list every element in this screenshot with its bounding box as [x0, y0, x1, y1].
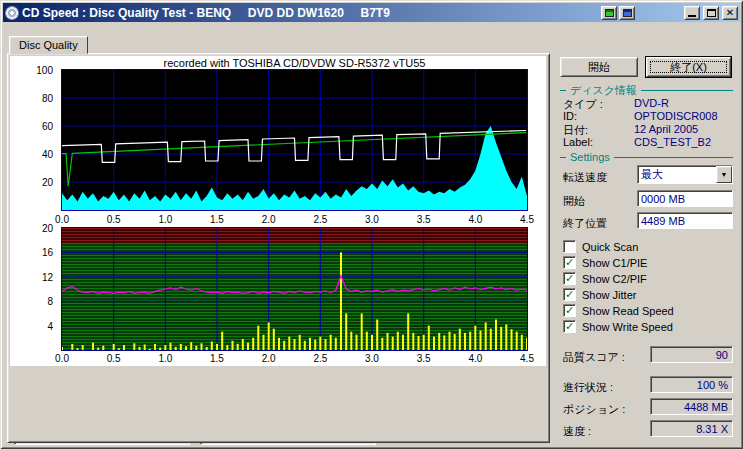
- quality-score-value: 90: [650, 346, 733, 363]
- y-tick-label: 80: [42, 93, 53, 104]
- x-tick-label: 3.0: [365, 214, 379, 225]
- x-tick-label: 3.5: [417, 214, 431, 225]
- disc-label-value: CDS_TEST_B2: [634, 136, 711, 148]
- x-tick-label: 1.0: [158, 353, 172, 364]
- settings-header: Settings: [560, 151, 733, 163]
- checkbox-box: [563, 240, 576, 253]
- close-icon: ✕: [726, 8, 734, 18]
- checkbox-show-read-speed[interactable]: ✓ Show Read Speed: [563, 304, 674, 317]
- start-button[interactable]: 開始: [560, 57, 638, 77]
- position-label: ポジション :: [563, 402, 625, 417]
- position-value: 4488 MB: [650, 398, 733, 415]
- x-tick-label: 4.0: [468, 214, 482, 225]
- x-tick-label: 3.5: [417, 353, 431, 364]
- start-position-field[interactable]: 0000 MB: [637, 190, 733, 207]
- maximize-button[interactable]: [703, 6, 719, 20]
- top-chart-y-axis: 10080604020: [10, 70, 58, 210]
- transfer-speed-value: 最大: [638, 166, 716, 183]
- x-tick-label: 4.5: [520, 214, 534, 225]
- x-tick-label: 0.5: [107, 214, 121, 225]
- checkbox-box: ✓: [563, 320, 576, 333]
- minimize-button[interactable]: [684, 6, 700, 20]
- tab-disc-quality[interactable]: Disc Quality: [9, 36, 88, 54]
- x-tick-label: 0.0: [55, 214, 69, 225]
- bottom-chart-y-axis: 20161284: [10, 228, 58, 350]
- y-tick-label: 40: [42, 149, 53, 160]
- chevron-down-icon: ▼: [721, 171, 728, 178]
- titlebar-icon-blue[interactable]: [619, 6, 635, 20]
- transfer-speed-select[interactable]: 最大 ▼: [637, 165, 733, 184]
- speed-label: 速度 :: [563, 424, 591, 439]
- y-tick-label: 8: [47, 296, 53, 307]
- y-tick-label: 16: [42, 247, 53, 258]
- titlebar-icon-green[interactable]: [601, 6, 617, 20]
- x-tick-label: 1.5: [210, 353, 224, 364]
- blue-window-icon: [623, 9, 632, 17]
- x-tick-label: 1.0: [158, 214, 172, 225]
- y-tick-label: 100: [36, 65, 53, 76]
- transfer-speed-label: 転送速度: [563, 170, 607, 185]
- x-tick-label: 2.5: [313, 353, 327, 364]
- y-tick-label: 60: [42, 121, 53, 132]
- checkbox-box: ✓: [563, 256, 576, 269]
- x-tick-label: 2.5: [313, 214, 327, 225]
- y-tick-label: 20: [42, 223, 53, 234]
- top-chart-x-axis: 0.00.51.01.52.02.53.03.54.04.5: [62, 214, 527, 225]
- bottom-chart: [61, 227, 528, 351]
- progress-value: 100 %: [650, 376, 733, 393]
- x-tick-label: 0.5: [107, 353, 121, 364]
- x-tick-label: 3.0: [365, 353, 379, 364]
- green-window-icon: [605, 9, 614, 17]
- top-chart-svg: [62, 70, 527, 210]
- speed-value: 8.31 X: [650, 420, 733, 437]
- x-tick-label: 2.0: [262, 214, 276, 225]
- checkbox-box: ✓: [563, 288, 576, 301]
- disc-date-value: 12 April 2005: [634, 123, 698, 135]
- y-tick-label: 4: [47, 321, 53, 332]
- disc-id-value: OPTODISCR008: [634, 110, 718, 122]
- checkbox-box: ✓: [563, 304, 576, 317]
- chart-panel: recorded with TOSHIBA CD/DVDW SD-R5372 v…: [10, 56, 546, 366]
- y-tick-label: 20: [42, 177, 53, 188]
- checkbox-quick-scan[interactable]: Quick Scan: [563, 240, 638, 253]
- end-position-field[interactable]: 4489 MB: [637, 212, 733, 229]
- dropdown-button[interactable]: ▼: [716, 166, 732, 183]
- disc-label-label: Label:: [563, 136, 593, 148]
- checkbox-box: ✓: [563, 272, 576, 285]
- progress-label: 進行状況 :: [563, 380, 613, 395]
- x-tick-label: 0.0: [55, 353, 69, 364]
- checkbox-show-jitter[interactable]: ✓ Show Jitter: [563, 288, 636, 301]
- checkbox-show-c1-pie[interactable]: ✓ Show C1/PIE: [563, 256, 647, 269]
- window-title: CD Speed : Disc Quality Test - BENQ DVD …: [22, 6, 598, 20]
- exit-button[interactable]: 終了(X): [646, 57, 731, 77]
- minimize-icon: [688, 15, 696, 17]
- bottom-chart-svg: [62, 228, 527, 350]
- disc-info-header: ディスク情報: [560, 83, 733, 98]
- bottom-chart-x-axis: 0.00.51.01.52.02.53.03.54.04.5: [62, 353, 527, 364]
- disc-id-label: ID:: [563, 110, 577, 122]
- start-position-label: 開始: [563, 194, 585, 209]
- chart-title: recorded with TOSHIBA CD/DVDW SD-R5372 v…: [62, 57, 527, 69]
- maximize-icon: [707, 9, 716, 17]
- close-button[interactable]: ✕: [722, 6, 738, 20]
- x-tick-label: 1.5: [210, 214, 224, 225]
- x-tick-label: 4.0: [468, 353, 482, 364]
- y-tick-label: 12: [42, 272, 53, 283]
- x-tick-label: 4.5: [520, 353, 534, 364]
- end-position-label: 終了位置: [563, 216, 607, 231]
- x-tick-label: 2.0: [262, 353, 276, 364]
- quality-score-label: 品質スコア :: [563, 350, 625, 365]
- top-chart: [61, 69, 528, 211]
- title-bar[interactable]: CD Speed : Disc Quality Test - BENQ DVD …: [3, 3, 740, 22]
- checkbox-show-write-speed[interactable]: ✓ Show Write Speed: [563, 320, 673, 333]
- checkbox-show-c2-pif[interactable]: ✓ Show C2/PIF: [563, 272, 647, 285]
- app-window: CD Speed : Disc Quality Test - BENQ DVD …: [0, 0, 743, 449]
- app-icon: [5, 6, 19, 20]
- disc-type-value: DVD-R: [634, 97, 669, 109]
